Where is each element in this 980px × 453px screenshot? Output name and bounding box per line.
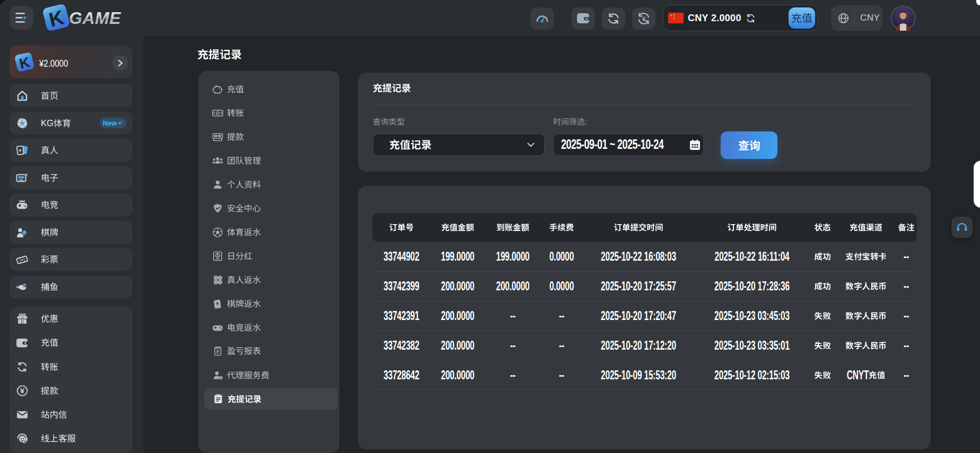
svg-text:GAME: GAME [69, 8, 121, 28]
svg-text:¥: ¥ [642, 16, 646, 22]
svg-text:$: $ [217, 253, 219, 257]
svg-text:♥: ♥ [19, 148, 21, 153]
